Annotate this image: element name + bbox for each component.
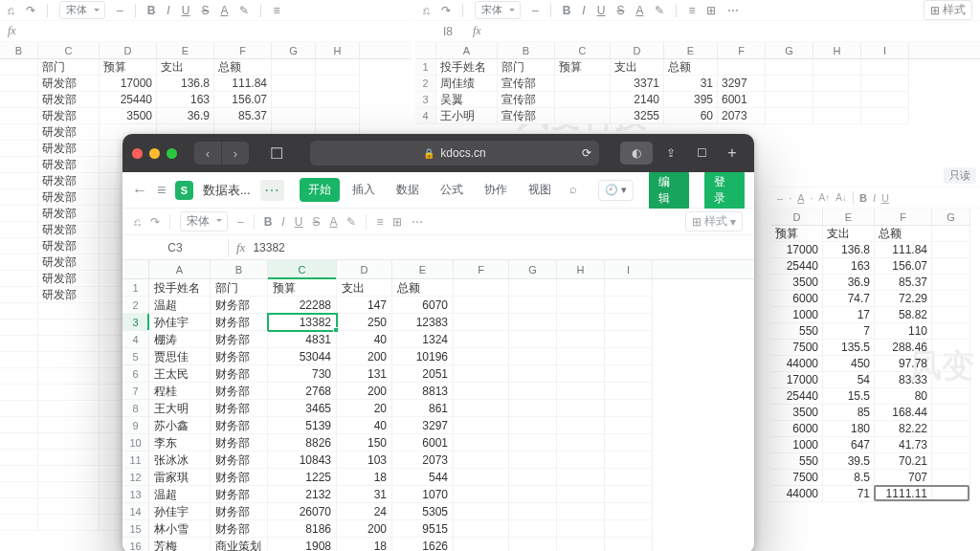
cell[interactable]	[932, 421, 970, 437]
cell[interactable]: 44000	[771, 486, 823, 502]
cell[interactable]: 财务部	[211, 348, 268, 365]
cell[interactable]	[38, 336, 100, 352]
cell[interactable]	[605, 486, 653, 503]
close-icon[interactable]	[132, 148, 143, 159]
cell[interactable]	[38, 385, 100, 401]
col-header[interactable]: D	[771, 209, 823, 226]
cell[interactable]	[509, 452, 557, 469]
cell[interactable]: 3255	[611, 108, 664, 124]
cell[interactable]	[0, 222, 38, 238]
cell[interactable]	[557, 383, 605, 400]
cell[interactable]: 宣传部	[498, 92, 555, 108]
cell[interactable]	[932, 275, 970, 291]
cell[interactable]	[555, 108, 611, 124]
cell[interactable]	[509, 383, 557, 400]
cell[interactable]: 支出	[157, 59, 214, 76]
cell[interactable]: 2073	[718, 108, 766, 124]
cell[interactable]: 贾思佳	[149, 348, 211, 365]
col-header[interactable]: E	[823, 209, 875, 226]
cell[interactable]: 25440	[771, 258, 823, 275]
cell[interactable]: 156.07	[214, 92, 272, 108]
italic-button[interactable]: I	[281, 215, 284, 229]
cell[interactable]: 6000	[771, 421, 823, 437]
cell[interactable]	[316, 59, 360, 76]
row-header[interactable]: 14	[122, 503, 149, 520]
cell[interactable]	[0, 482, 38, 498]
cell[interactable]	[861, 92, 909, 108]
cell[interactable]: 支出	[611, 59, 664, 76]
row-header[interactable]: 7	[122, 383, 149, 400]
cell[interactable]: 3500	[771, 275, 823, 291]
cell[interactable]: 17	[823, 307, 875, 323]
underline-button[interactable]: U	[295, 215, 303, 229]
cell[interactable]: 40	[337, 331, 392, 348]
cell[interactable]	[454, 538, 509, 551]
col-header[interactable]: B	[211, 260, 268, 278]
col-header[interactable]: G	[766, 42, 813, 58]
cell[interactable]	[272, 76, 316, 92]
cell[interactable]: 总额	[214, 59, 272, 76]
cell[interactable]	[509, 348, 557, 365]
cell[interactable]: 25440	[100, 92, 157, 108]
cell[interactable]	[38, 482, 100, 498]
cell[interactable]	[272, 59, 316, 76]
cell[interactable]: 1626	[392, 538, 454, 551]
formula-value[interactable]: 13382	[253, 241, 284, 254]
cell[interactable]	[454, 417, 509, 434]
cell[interactable]	[38, 368, 100, 385]
kdocs-grid[interactable]: ABCDEFGHI1投手姓名部门预算支出总额2温超财务部222881476070…	[122, 260, 754, 551]
cell[interactable]	[0, 515, 38, 531]
cell[interactable]	[316, 108, 360, 124]
row-header[interactable]: 15	[122, 520, 149, 538]
cell[interactable]	[0, 303, 38, 320]
col-header[interactable]: C	[555, 42, 611, 58]
cell[interactable]: 6070	[392, 297, 454, 314]
cell[interactable]	[605, 538, 653, 551]
cell[interactable]	[557, 331, 605, 348]
strike-button[interactable]: S	[312, 215, 320, 229]
cell[interactable]: 宣传部	[498, 76, 555, 92]
cell[interactable]: 110	[875, 323, 932, 340]
fill-handle[interactable]	[333, 327, 339, 333]
back-arrow-icon[interactable]: ←	[132, 182, 147, 199]
cell[interactable]: 8186	[268, 520, 337, 538]
cell[interactable]: 研发部	[38, 92, 100, 108]
cell[interactable]	[605, 314, 653, 331]
cell[interactable]	[605, 452, 653, 469]
cell[interactable]: 研发部	[38, 189, 100, 206]
cell[interactable]	[932, 340, 970, 356]
new-tab-button[interactable]: +	[720, 142, 745, 165]
namebox[interactable]: I8	[423, 25, 473, 38]
cell[interactable]	[0, 320, 38, 336]
cell[interactable]	[0, 385, 38, 401]
cell[interactable]	[605, 417, 653, 434]
cell[interactable]: 预算	[771, 226, 823, 242]
cell[interactable]: 200	[337, 383, 392, 400]
cell[interactable]: 财务部	[211, 452, 268, 469]
cell[interactable]: 8813	[392, 383, 454, 400]
cell[interactable]: 111.84	[875, 242, 932, 258]
cell[interactable]: 1111.11	[875, 486, 932, 502]
cell[interactable]	[766, 92, 813, 108]
cell[interactable]	[766, 76, 813, 92]
cell[interactable]	[557, 279, 605, 297]
cell[interactable]: 15.5	[823, 388, 875, 405]
edit-button[interactable]: 编辑	[649, 170, 689, 210]
col-header[interactable]: H	[813, 42, 861, 58]
cell[interactable]: 17000	[771, 242, 823, 258]
cell[interactable]: 85.37	[875, 275, 932, 291]
reload-icon[interactable]: ⟳	[582, 146, 591, 160]
cell[interactable]: 18	[337, 469, 392, 486]
cell[interactable]: 85	[823, 405, 875, 421]
cell[interactable]	[38, 515, 100, 531]
cell[interactable]	[316, 92, 360, 108]
cell[interactable]: 544	[392, 469, 454, 486]
cell[interactable]: 财务部	[211, 434, 268, 452]
cell[interactable]	[509, 400, 557, 417]
cell[interactable]	[932, 486, 970, 502]
cell[interactable]: 168.44	[875, 405, 932, 421]
col-header[interactable]: B	[498, 42, 555, 58]
cell[interactable]: 3371	[611, 76, 664, 92]
tab-insert[interactable]: 插入	[344, 178, 384, 202]
col-header[interactable]: I	[861, 42, 909, 58]
